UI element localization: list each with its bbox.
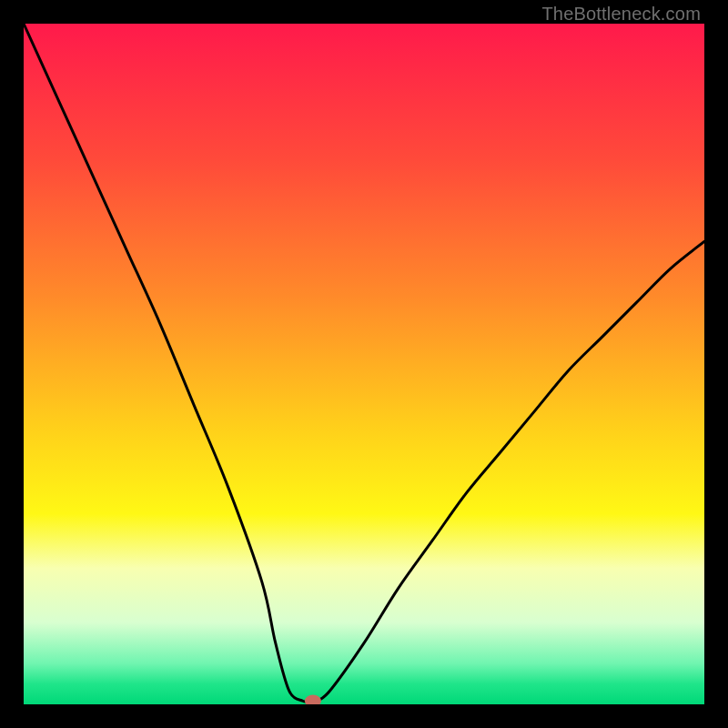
plot-area xyxy=(24,24,704,704)
chart-frame: TheBottleneck.com xyxy=(0,0,728,728)
optimal-point-marker xyxy=(305,695,321,704)
watermark-text: TheBottleneck.com xyxy=(541,4,701,25)
bottleneck-curve xyxy=(24,24,704,704)
